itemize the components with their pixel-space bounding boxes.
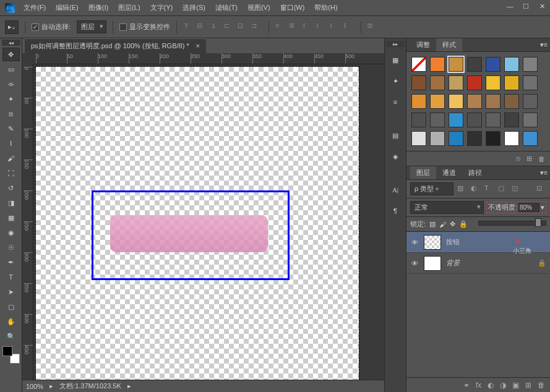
layer-thumbnail[interactable]	[424, 256, 441, 271]
style-swatch[interactable]	[449, 57, 463, 72]
zoom-level[interactable]: 100%	[26, 383, 43, 390]
doc-info[interactable]: 文档:1.37M/1023.5K	[59, 381, 121, 391]
blend-mode-dropdown[interactable]: 正常	[410, 201, 484, 214]
style-swatch[interactable]	[449, 113, 463, 127]
new-style-icon[interactable]: ⊞	[526, 155, 532, 163]
foreground-background-colors[interactable]	[2, 346, 20, 364]
adjustment-layer-icon[interactable]: ◑	[500, 381, 506, 390]
document-tab[interactable]: ps如何调整图层透明度.psd @ 100% (按钮, RGB/8) * ×	[25, 38, 206, 53]
style-swatch[interactable]	[411, 75, 426, 90]
horizontal-ruler[interactable]: 0 50 100 150 200 250 300 350 400 450 500	[33, 53, 384, 64]
style-swatch[interactable]	[449, 131, 463, 146]
style-swatch[interactable]	[504, 75, 519, 90]
distribute-icon[interactable]: ⫳	[330, 22, 341, 33]
new-layer-icon[interactable]: ⊞	[525, 381, 531, 390]
character-panel-icon[interactable]: A|	[387, 181, 404, 198]
style-swatch[interactable]	[411, 94, 426, 109]
filter-pixel-icon[interactable]: ▧	[457, 184, 467, 194]
layer-filter-dropdown[interactable]: ρ 类型 ÷	[410, 182, 453, 195]
distribute-icon[interactable]: ≣	[289, 22, 300, 33]
style-swatch[interactable]	[523, 94, 538, 109]
style-swatch[interactable]	[430, 131, 445, 146]
tool-preset-picker[interactable]: ▸₊	[5, 20, 19, 34]
actions-panel-icon[interactable]: ▤	[387, 127, 404, 144]
toolbox-collapse[interactable]: ◂◂	[2, 40, 20, 46]
history-brush-tool[interactable]: ↺	[2, 181, 20, 195]
brushes-panel-icon[interactable]: ≡	[387, 93, 404, 111]
auto-select-checkbox[interactable]	[32, 23, 39, 31]
tab-layers[interactable]: 图层	[410, 166, 436, 179]
crop-tool[interactable]: ⧈	[2, 107, 20, 121]
path-selection-tool[interactable]: ➤	[2, 285, 20, 299]
style-swatch[interactable]	[430, 113, 445, 127]
zoom-tool[interactable]: 🔍	[2, 330, 20, 343]
style-swatch[interactable]	[486, 113, 501, 127]
style-swatch[interactable]	[411, 131, 426, 146]
menu-type[interactable]: 文字(Y)	[145, 1, 178, 15]
canvas-viewport[interactable]	[33, 64, 384, 380]
opacity-control[interactable]: 不透明度: ▾	[486, 202, 546, 213]
pen-tool[interactable]: ✒	[2, 255, 20, 269]
marquee-tool[interactable]: ▭	[2, 62, 20, 76]
filter-adjustment-icon[interactable]: ◐	[471, 184, 481, 194]
lasso-tool[interactable]: ⌯	[2, 77, 20, 91]
style-swatch[interactable]	[504, 57, 519, 72]
style-swatch[interactable]	[449, 94, 463, 109]
distribute-icon[interactable]: ⫵	[343, 22, 354, 33]
layer-item-background[interactable]: 👁 背景 🔒	[406, 253, 550, 274]
menu-view[interactable]: 视图(V)	[243, 1, 275, 15]
style-swatch[interactable]	[411, 57, 426, 72]
auto-select-target-dropdown[interactable]: 图层	[77, 20, 106, 33]
vertical-ruler[interactable]: 0 50 100 150 200 250 300 350 400 450	[22, 64, 33, 380]
style-swatch[interactable]	[504, 131, 519, 146]
document-tab-close-icon[interactable]: ×	[196, 42, 199, 49]
eyedropper-tool[interactable]: ✎	[2, 122, 20, 135]
menu-edit[interactable]: 编辑(E)	[51, 1, 84, 15]
panel-menu-icon[interactable]: ▾≡	[540, 169, 548, 177]
style-swatch[interactable]	[523, 75, 538, 90]
lock-all-icon[interactable]: 🔒	[459, 220, 468, 228]
menu-help[interactable]: 帮助(H)	[309, 1, 342, 15]
align-right-icon[interactable]: ⊐	[251, 22, 262, 33]
panel-menu-icon[interactable]: ▾≡	[540, 41, 548, 49]
tab-channels[interactable]: 通道	[436, 166, 462, 179]
move-tool[interactable]: ✥	[2, 48, 20, 61]
lock-position-icon[interactable]: ✥	[450, 220, 455, 228]
style-swatch[interactable]	[486, 57, 501, 72]
hand-tool[interactable]: ✋	[2, 315, 20, 328]
filter-toggle[interactable]: ⊡	[536, 184, 546, 194]
style-swatch[interactable]	[467, 131, 482, 146]
style-swatch[interactable]	[504, 113, 519, 127]
selection-marquee[interactable]	[92, 190, 290, 280]
show-transform-option[interactable]: 显示变换控件	[119, 22, 170, 32]
layer-name[interactable]: 按钮	[446, 237, 546, 247]
3d-mode-icon[interactable]: ⧉	[367, 22, 379, 33]
delete-style-icon[interactable]: 🗑	[538, 155, 545, 163]
align-top-icon[interactable]: ⫪	[183, 22, 194, 33]
style-swatch[interactable]	[467, 75, 482, 90]
chevron-down-icon[interactable]: ▾	[541, 203, 544, 211]
foreground-color-swatch[interactable]	[2, 346, 12, 356]
style-swatch[interactable]	[449, 75, 463, 90]
style-swatch[interactable]	[523, 131, 538, 146]
type-tool[interactable]: T	[2, 270, 20, 284]
layer-mask-icon[interactable]: ◐	[488, 381, 494, 390]
style-swatch[interactable]	[486, 131, 501, 146]
visibility-toggle-icon[interactable]: 👁	[410, 238, 419, 247]
healing-brush-tool[interactable]: ⌇	[2, 137, 20, 150]
tab-adjustments[interactable]: 调整	[410, 38, 436, 51]
blur-tool[interactable]: ◉	[2, 226, 20, 239]
tab-styles[interactable]: 样式	[436, 38, 462, 51]
distribute-icon[interactable]: ⫲	[316, 22, 327, 33]
shape-tool[interactable]: ▢	[2, 300, 20, 313]
history-panel-icon[interactable]: ▦	[387, 51, 404, 69]
lock-transparency-icon[interactable]: ▧	[429, 220, 436, 228]
align-hcenter-icon[interactable]: ⊡	[238, 22, 249, 33]
properties-panel-icon[interactable]: ✦	[387, 72, 404, 90]
opacity-slider-thumb[interactable]	[535, 218, 541, 227]
clone-stamp-tool[interactable]: ⛶	[2, 166, 20, 180]
minimize-button[interactable]: —	[502, 0, 518, 12]
gradient-tool[interactable]: ▦	[2, 211, 20, 224]
auto-select-option[interactable]: 自动选择:	[32, 22, 71, 32]
visibility-toggle-icon[interactable]: 👁	[410, 259, 419, 268]
